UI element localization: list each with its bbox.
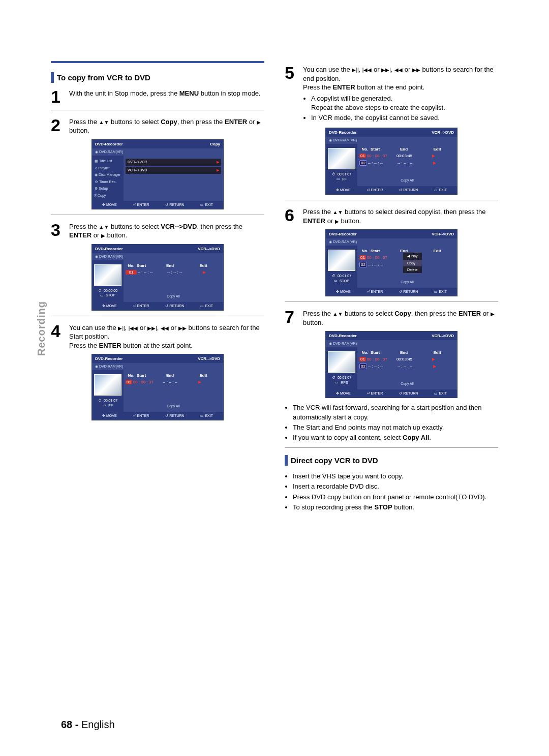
enter-label: ENTER bbox=[99, 342, 121, 349]
bullet: To stop recording press the STOP button. bbox=[293, 503, 498, 512]
popup-delete: Delete bbox=[403, 266, 422, 273]
osd-header: DVD-Recorder Copy bbox=[92, 140, 223, 148]
label: DVD-RAM(VR) bbox=[333, 138, 357, 142]
copy-all-button: Copy All bbox=[126, 293, 221, 300]
label: EXIT bbox=[205, 203, 213, 206]
text: A copylist will be generated. bbox=[311, 95, 392, 102]
time: 00:01:07 bbox=[338, 274, 351, 278]
step-number: 7 bbox=[285, 309, 299, 327]
osd-footer: ✥ MOVE ⏎ ENTER ↺ RETURN ▭ EXIT bbox=[92, 302, 223, 310]
osd-footer: ✥ MOVE ⏎ ENTER ↺ RETURN ▭ EXIT bbox=[326, 288, 457, 296]
foot-move: ✥ MOVE bbox=[336, 290, 351, 294]
label: RETURN bbox=[169, 304, 184, 308]
osd-title-left: DVD-Recorder bbox=[95, 142, 123, 146]
osd-sub-text: DVD-RAM(VR) bbox=[99, 150, 123, 154]
osd-screenshot-ff: DVD-Recorder VCR-->DVD ◉ DVD-RAM(VR) ⏱ 0… bbox=[92, 354, 224, 420]
right-icon: ▶ bbox=[257, 119, 261, 126]
osd-title-right: VCR-->DVD bbox=[198, 356, 220, 361]
bullet: In VCR mode, the copylist cannot be save… bbox=[311, 113, 498, 123]
target: VCR-->DVD bbox=[161, 223, 197, 230]
step-2: 2 Press the ▲▼ buttons to select Copy, t… bbox=[51, 117, 264, 135]
osd-thumb-side: ⏱ 00:01:07 ▭ FF bbox=[92, 370, 124, 412]
table-row: 01 00 : 00 : 37-- : -- : --▶ bbox=[126, 379, 221, 385]
osd-screenshot-popup: DVD-Recorder VCR-->DVD ◉ DVD-RAM(VR) ⏱ 0… bbox=[325, 229, 458, 296]
direct-copy-list: Insert the VHS tape you want to copy. In… bbox=[285, 472, 498, 512]
osd-title-right: VCR-->DVD bbox=[198, 247, 220, 251]
step-5: 5 You can use the ▶||, |◀◀ or ▶▶|, ◀◀ or… bbox=[285, 65, 498, 124]
table-row: 02-- : -- : ---- : -- : --▶ bbox=[359, 159, 455, 167]
table-header: No.StartEndEdit bbox=[126, 372, 221, 379]
table-row: 01 00 : 00 : 3700:03:45▶ bbox=[359, 356, 455, 362]
label: ENTER bbox=[137, 304, 149, 308]
foot-exit: ▭ EXIT bbox=[200, 304, 213, 308]
label: EXIT bbox=[439, 391, 447, 395]
status: ▭ STOP bbox=[334, 279, 349, 283]
step-7: 7 Press the ▲▼ buttons to select Copy, t… bbox=[285, 309, 498, 327]
osd-header: DVD-Recorder VCR-->DVD bbox=[326, 230, 457, 238]
osd-main: No.StartEndEdit 01 00 : 00 : 37 02-- : -… bbox=[357, 246, 457, 288]
label: MOVE bbox=[106, 304, 117, 308]
heading-bar-icon bbox=[51, 72, 54, 83]
label: Copy bbox=[98, 194, 106, 197]
label: RETURN bbox=[169, 414, 184, 417]
step-1: 1 With the unit in Stop mode, press the … bbox=[51, 89, 264, 105]
foot-return: ↺ RETURN bbox=[165, 203, 184, 207]
label: STOP bbox=[340, 279, 349, 283]
row-edit-icon: ▶ bbox=[426, 154, 441, 158]
text: With the unit in Stop mode, press the ME… bbox=[69, 89, 260, 97]
row-no: 02 bbox=[359, 262, 367, 267]
osd-main: DVD-->VCR▶ VCR-->DVD▶ bbox=[124, 156, 223, 201]
foot-enter: ⏎ ENTER bbox=[133, 203, 149, 207]
row-no: 01 bbox=[359, 255, 366, 260]
enter-label: ENTER bbox=[333, 83, 355, 91]
col-start: Start bbox=[137, 263, 166, 268]
spacer bbox=[126, 385, 221, 403]
label: ENTER bbox=[137, 414, 149, 417]
label: Playlist bbox=[98, 166, 109, 170]
sidebar-item: ⎘ Copy bbox=[94, 192, 122, 199]
osd-subtitle: ◉ DVD-RAM(VR) bbox=[92, 148, 223, 156]
row-no: 01 bbox=[126, 270, 137, 275]
copy-all-button: Copy All bbox=[359, 177, 455, 184]
row-start: 00 : 00 : 37 bbox=[367, 154, 396, 158]
row-end: -- : -- : -- bbox=[163, 380, 192, 384]
osd-sidebar: ▦ Title List ♫ Playlist ◉ Disc Manager ⏲… bbox=[92, 156, 124, 201]
text-bold: Copy All bbox=[403, 434, 429, 441]
label: STOP bbox=[106, 293, 115, 297]
spacer bbox=[359, 167, 455, 177]
step-6: 6 Press the ▲▼ buttons to select desired… bbox=[285, 207, 498, 225]
osd-title-left: DVD-Recorder bbox=[329, 334, 357, 338]
section-title: Direct copy VCR to DVD bbox=[291, 455, 378, 466]
osd-thumbnail bbox=[328, 250, 355, 271]
osd-main: No.StartEndEdit 01 00 : 00 : 3700:03:45▶… bbox=[357, 144, 457, 186]
label: MOVE bbox=[106, 203, 117, 206]
step-text: Press the ▲▼ buttons to select desired c… bbox=[303, 207, 498, 225]
target: Copy bbox=[161, 118, 177, 126]
section-label: Recording bbox=[36, 301, 47, 356]
sidebar-item: ⚙ Setup bbox=[94, 185, 122, 192]
top-rule bbox=[51, 61, 264, 63]
foot-move: ✥ MOVE bbox=[102, 203, 117, 207]
foot-return: ↺ RETURN bbox=[399, 290, 418, 294]
enter-label: ENTER bbox=[459, 310, 481, 317]
page-footer: 68 - English bbox=[61, 719, 115, 731]
label: DVD-RAM(VR) bbox=[99, 255, 123, 258]
label: DVD-->VCR bbox=[128, 160, 147, 164]
section-heading-2: Direct copy VCR to DVD bbox=[285, 455, 498, 466]
osd-popup-menu: ◀ Play Copy Delete bbox=[403, 253, 422, 273]
popup-play: ◀ Play bbox=[403, 253, 422, 260]
col-end: End bbox=[166, 263, 196, 268]
label: MOVE bbox=[340, 391, 351, 395]
elapsed: ⏱ 00:01:07 bbox=[332, 274, 351, 278]
copy-all-button: Copy All bbox=[126, 403, 221, 410]
osd-subtitle: ◉ DVD-RAM(VR) bbox=[326, 340, 457, 347]
text-bold: STOP bbox=[374, 503, 392, 511]
osd-thumb-side: ⏱ 00:01:07 ▭ FF bbox=[326, 144, 357, 186]
col-edit: Edit bbox=[430, 350, 445, 355]
row-start: -- : -- : -- bbox=[368, 161, 398, 165]
label: Play bbox=[411, 254, 418, 258]
step-text: You can use the ▶||, |◀◀ or ▶▶|, ◀◀ or ▶… bbox=[303, 65, 498, 124]
row-start: 00 : 00 : 37 bbox=[367, 255, 396, 260]
col-edit: Edit bbox=[196, 373, 211, 378]
time: 00:01:07 bbox=[104, 399, 117, 402]
